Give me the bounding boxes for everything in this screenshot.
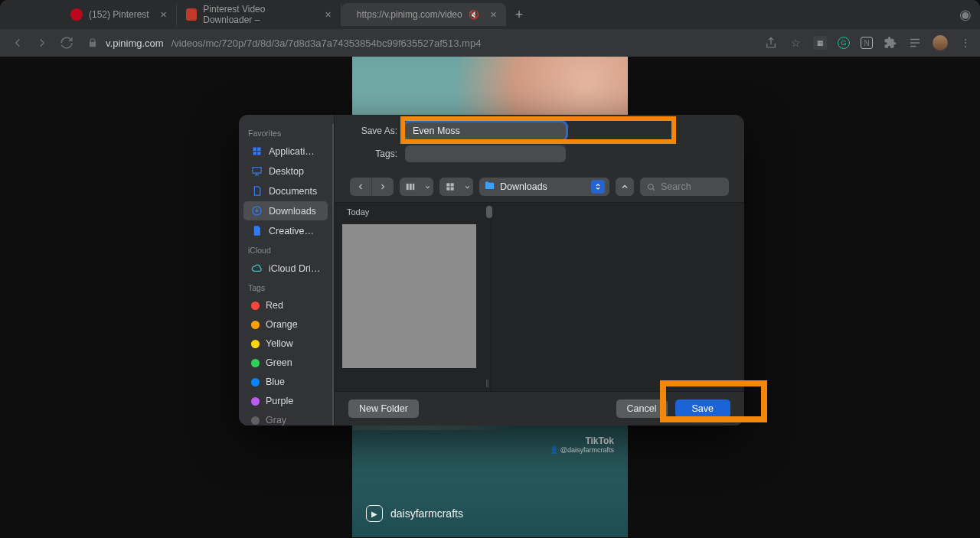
column-header-today: Today (335, 203, 491, 221)
address-host: v.pinimg.com (106, 37, 164, 49)
save-dialog: Favorites Applicati… Desktop Documents D… (239, 115, 744, 426)
tag-dot-icon (251, 416, 260, 425)
reels-username: daisyfarmcrafts (390, 507, 463, 520)
tab-downloader[interactable]: Pinterest Video Downloader – ✕ (177, 3, 341, 26)
address-bar[interactable]: v.pinimg.com/videos/mc/720p/7d/8d/3a/7d8… (84, 37, 753, 49)
svg-rect-2 (407, 184, 409, 190)
tab-label: (152) Pinterest (89, 9, 149, 20)
view-columns-chevron[interactable] (421, 178, 433, 196)
downloads-icon (251, 205, 263, 217)
tags-row: Tags: (350, 145, 729, 162)
extension-badge-icon[interactable]: ▦ (813, 36, 827, 50)
location-label: Downloads (500, 181, 547, 192)
group-chevron[interactable] (461, 178, 473, 196)
sidebar-tag-orange[interactable]: Orange (243, 315, 328, 334)
sidebar-tag-red[interactable]: Red (243, 296, 328, 315)
chrome-account-icon[interactable]: ◉ (959, 8, 972, 21)
location-chevron-icon (591, 180, 605, 194)
new-folder-button[interactable]: New Folder (348, 399, 419, 418)
documents-icon (251, 185, 263, 197)
sidebar-item-desktop[interactable]: Desktop (243, 161, 328, 181)
cloud-icon (251, 262, 263, 274)
view-segment (400, 178, 433, 196)
tag-dot-icon (251, 302, 260, 310)
search-icon (646, 182, 656, 192)
tag-dot-icon (251, 359, 260, 367)
svg-rect-0 (253, 168, 261, 174)
lock-icon (87, 37, 98, 48)
save-button[interactable]: Save (675, 399, 731, 418)
tags-label: Tags: (350, 148, 397, 159)
tab-pinterest[interactable]: (152) Pinterest ✕ (61, 3, 177, 26)
group-button[interactable] (439, 178, 461, 196)
tag-dot-icon (251, 378, 260, 386)
sidebar-tag-purple[interactable]: Purple (243, 392, 328, 410)
tags-input[interactable] (405, 145, 566, 162)
svg-point-9 (648, 184, 654, 189)
sidebar-tag-gray[interactable]: Gray (243, 411, 328, 426)
sidebar-tag-yellow[interactable]: Yellow (243, 334, 328, 353)
toolbar: v.pinimg.com/videos/mc/720p/7d/8d/3a/7d8… (0, 29, 980, 57)
cancel-button[interactable]: Cancel (616, 399, 668, 418)
file-column[interactable]: Today (335, 203, 492, 391)
tab-video[interactable]: https://v.pinimg.com/video 🔇 ✕ (341, 3, 506, 26)
tag-dot-icon (251, 397, 260, 406)
sidebar-item-downloads[interactable]: Downloads (243, 201, 328, 220)
save-as-label: Save As: (350, 126, 397, 136)
nav-segment (350, 178, 394, 196)
sidebar-item-documents[interactable]: Documents (243, 181, 328, 201)
sidebar-section-favorites: Favorites (239, 124, 332, 141)
folder-icon (484, 180, 495, 194)
sidebar-item-creative[interactable]: Creative… (243, 221, 328, 240)
tab-label: https://v.pinimg.com/video (357, 9, 462, 20)
tag-dot-icon (251, 321, 260, 329)
file-browser: Today ‖ (335, 202, 744, 392)
extensions-puzzle-icon[interactable] (884, 36, 897, 50)
sidebar-item-applications[interactable]: Applicati… (243, 142, 328, 161)
close-icon[interactable]: ✕ (325, 10, 332, 20)
sidebar-section-icloud: iCloud (239, 241, 332, 258)
forward-button[interactable] (35, 36, 49, 50)
share-icon[interactable] (764, 36, 778, 50)
applications-icon (251, 145, 263, 157)
sidebar-section-tags: Tags (239, 279, 332, 295)
bookmark-star-icon[interactable]: ☆ (789, 36, 802, 50)
file-preview-pane (492, 203, 744, 391)
profile-avatar[interactable] (933, 35, 948, 51)
sidebar-item-icloud-drive[interactable]: iCloud Dri… (243, 259, 328, 278)
tag-dot-icon (251, 340, 260, 348)
sidebar-tag-green[interactable]: Green (243, 354, 328, 372)
file-thumbnail[interactable] (342, 224, 476, 368)
close-icon[interactable]: ✕ (490, 10, 497, 20)
sidebar-tag-blue[interactable]: Blue (243, 373, 328, 391)
nav-back-button[interactable] (350, 178, 371, 196)
save-dialog-footer: New Folder Cancel Save (335, 392, 744, 426)
tiktok-brand: TikTok (550, 435, 614, 446)
collapse-button[interactable] (616, 178, 634, 196)
pinterest-icon (70, 8, 83, 21)
nav-forward-button[interactable] (372, 178, 394, 196)
column-resize-handle[interactable]: ‖ (485, 379, 493, 385)
downloader-icon (186, 8, 198, 21)
save-as-input[interactable] (405, 122, 566, 139)
reading-list-icon[interactable] (908, 36, 922, 50)
close-icon[interactable]: ✕ (160, 10, 167, 20)
search-field[interactable]: Search (640, 178, 729, 196)
notion-icon[interactable]: N (861, 37, 873, 49)
svg-rect-3 (410, 184, 412, 190)
save-dialog-toolbar: Downloads Search (335, 174, 744, 202)
scrollbar-handle[interactable] (486, 206, 492, 218)
back-button[interactable] (11, 36, 24, 50)
group-segment (439, 178, 473, 196)
save-as-row: Save As: (350, 122, 729, 139)
reload-button[interactable] (60, 36, 74, 50)
location-popup[interactable]: Downloads (479, 178, 609, 196)
search-placeholder: Search (661, 181, 691, 192)
mute-icon[interactable]: 🔇 (469, 10, 479, 20)
grammarly-icon[interactable]: G (838, 37, 850, 49)
reels-icon: ▶ (366, 505, 383, 522)
new-tab-button[interactable]: + (506, 7, 533, 23)
tiktok-watermark: TikTok 👤 @daisyfarmcrafts (550, 435, 614, 454)
view-columns-button[interactable] (400, 178, 421, 196)
kebab-menu-icon[interactable]: ⋮ (959, 36, 972, 50)
